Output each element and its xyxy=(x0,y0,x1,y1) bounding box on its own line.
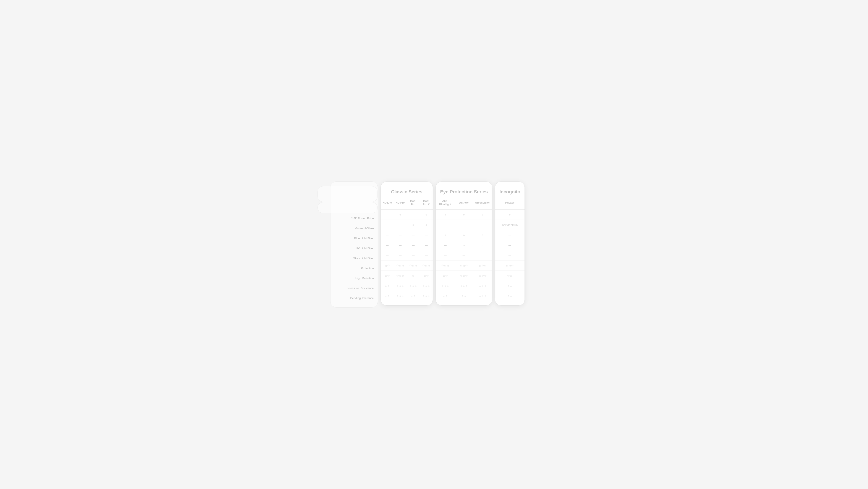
grid-row: ——— xyxy=(436,220,492,230)
grid-cell: ☆☆☆ xyxy=(394,261,407,271)
grid-cell: ○ xyxy=(473,250,492,260)
grid-row: ☆☆☆☆☆☆☆ xyxy=(436,291,492,301)
product-name: HD-Lite xyxy=(381,199,393,207)
grid-cell: ○ xyxy=(455,230,473,240)
series-title: Incognito xyxy=(495,186,525,199)
grid-cell: — xyxy=(420,250,433,260)
grid-cell: ☆☆ xyxy=(495,271,525,281)
products-row: Anti-BlueLightAnti-UVGreenVision xyxy=(436,199,492,210)
grid-cell: ☆☆☆ xyxy=(473,281,492,291)
grid-row: ———— xyxy=(381,240,433,250)
grid-cell: — xyxy=(381,240,394,250)
grid-cell: — xyxy=(420,230,433,240)
product-col: Matt-Pro xyxy=(407,199,420,207)
feature-label: Pressure Resistance xyxy=(331,283,378,293)
grid-row: — xyxy=(495,230,525,240)
grid-cell: ☆☆☆ xyxy=(473,291,492,301)
feature-label: Stray Light Filter xyxy=(331,253,378,263)
product-name: Matt-Pro xyxy=(407,199,420,207)
grid-cell: — xyxy=(455,250,473,260)
grid-cell: ☆☆☆ xyxy=(420,261,433,271)
feature-label: Blue Light Filter xyxy=(331,233,378,243)
grid-cell: ○ xyxy=(394,210,407,220)
product-name: GreenVision xyxy=(474,199,492,207)
feature-label: High Definition xyxy=(331,273,378,283)
grid-row: ☆☆☆☆☆☆☆☆ xyxy=(381,271,433,281)
grid-body: —○—○——○○————————————☆☆☆☆☆☆☆☆☆☆☆☆☆☆☆☆☆☆☆☆… xyxy=(381,210,433,301)
grid-cell: ☆☆ xyxy=(381,271,394,281)
grid-row: ☆☆☆☆☆☆☆☆☆ xyxy=(436,261,492,271)
grid-cell: ☆☆☆ xyxy=(407,261,420,271)
feature-label: Protection xyxy=(331,263,378,273)
series-card: IncognitoPrivacy○Two-way Antispy———☆☆☆☆☆… xyxy=(495,182,525,306)
grid-row: ☆☆☆☆☆☆☆☆☆☆☆ xyxy=(381,261,433,271)
features-card: 2.5D Round EdgeMatt/Anti-GlareBlue Light… xyxy=(330,182,378,307)
series-cards: Classic SeriesHD-LiteHD-ProMatt-ProMatt-… xyxy=(380,182,525,306)
grid-cell: — xyxy=(394,230,407,240)
grid-cell: ☆☆☆ xyxy=(420,291,433,301)
grid-cell: ○ xyxy=(420,210,433,220)
grid-cell: ☆☆☆ xyxy=(455,261,473,271)
grid-cell: — xyxy=(407,230,420,240)
grid-cell: ○ xyxy=(473,240,492,250)
series-title: Classic Series xyxy=(381,186,433,199)
product-col: Matt-Pro X xyxy=(420,199,433,207)
grid-cell: ☆☆☆ xyxy=(394,291,407,301)
grid-cell: ○ xyxy=(436,230,455,240)
product-name: Privacy xyxy=(504,199,516,207)
grid-cell: — xyxy=(436,220,455,230)
product-col: Anti-UV xyxy=(455,199,473,207)
products-row: HD-LiteHD-ProMatt-ProMatt-Pro X xyxy=(381,199,433,210)
grid-row: ○○○ xyxy=(436,210,492,220)
grid-row: Two-way Antispy xyxy=(495,220,525,230)
grid-row: ☆☆☆☆☆☆☆☆ xyxy=(436,271,492,281)
grid-row: —○○ xyxy=(436,240,492,250)
grid-row: ☆☆☆ xyxy=(495,261,525,271)
grid-cell: — xyxy=(407,250,420,260)
grid-cell: ☆☆ xyxy=(420,271,433,281)
grid-row: — xyxy=(495,250,525,261)
product-col: Anti-BlueLight xyxy=(436,199,455,207)
grid-cell: ☆☆☆ xyxy=(407,281,420,291)
grid-row: —○—○ xyxy=(381,210,433,220)
grid-cell: ○ xyxy=(455,240,473,250)
grid-body: ○Two-way Antispy———☆☆☆☆☆☆☆☆☆ xyxy=(495,210,525,301)
grid-cell: ○ xyxy=(495,210,525,220)
grid-cell: — xyxy=(381,220,394,230)
feature-label: Bending Tolerance xyxy=(331,293,378,303)
series-card: Eye Protection SeriesAnti-BlueLightAnti-… xyxy=(435,182,492,306)
grid-cell: — xyxy=(407,240,420,250)
grid-cell: ☆☆ xyxy=(495,291,525,301)
grid-cell: — xyxy=(394,250,407,260)
grid-row: ☆☆☆☆☆☆☆☆☆☆☆ xyxy=(381,281,433,291)
product-col: HD-Pro xyxy=(394,199,407,207)
grid-row: — xyxy=(495,240,525,250)
grid-cell: ○ xyxy=(455,210,473,220)
grid-row: ——○ xyxy=(436,250,492,261)
grid-cell: ☆☆ xyxy=(495,281,525,291)
product-col: GreenVision xyxy=(473,199,492,207)
feature-label: 2.5D Round Edge xyxy=(331,213,378,223)
grid-body: ○○○———○○○—○○——○☆☆☆☆☆☆☆☆☆☆☆☆☆☆☆☆☆☆☆☆☆☆☆☆☆… xyxy=(436,210,492,301)
grid-cell: — xyxy=(394,240,407,250)
grid-cell: ☆ xyxy=(407,271,420,281)
grid-cell: ☆☆☆ xyxy=(420,281,433,291)
grid-cell: ○ xyxy=(407,220,420,230)
product-name: Matt-Pro X xyxy=(420,199,433,207)
grid-row: ———— xyxy=(381,250,433,261)
grid-cell: ☆☆ xyxy=(436,291,455,301)
grid-cell: ☆☆ xyxy=(381,281,394,291)
grid-row: ○○○ xyxy=(436,230,492,240)
grid-row: ☆☆ xyxy=(495,291,525,301)
grid-cell: ☆☆☆ xyxy=(394,271,407,281)
grid-cell: ○ xyxy=(473,210,492,220)
grid-cell: ☆☆ xyxy=(455,291,473,301)
grid-cell: ☆☆☆ xyxy=(436,281,455,291)
grid-cell: — xyxy=(381,250,394,260)
grid-row: ☆☆ xyxy=(495,281,525,291)
grid-cell: ☆☆☆ xyxy=(436,261,455,271)
grid-row: ☆☆☆☆☆☆☆☆☆☆ xyxy=(381,291,433,301)
grid-cell: — xyxy=(455,220,473,230)
series-card: Classic SeriesHD-LiteHD-ProMatt-ProMatt-… xyxy=(380,182,433,306)
grid-cell: — xyxy=(495,230,525,240)
